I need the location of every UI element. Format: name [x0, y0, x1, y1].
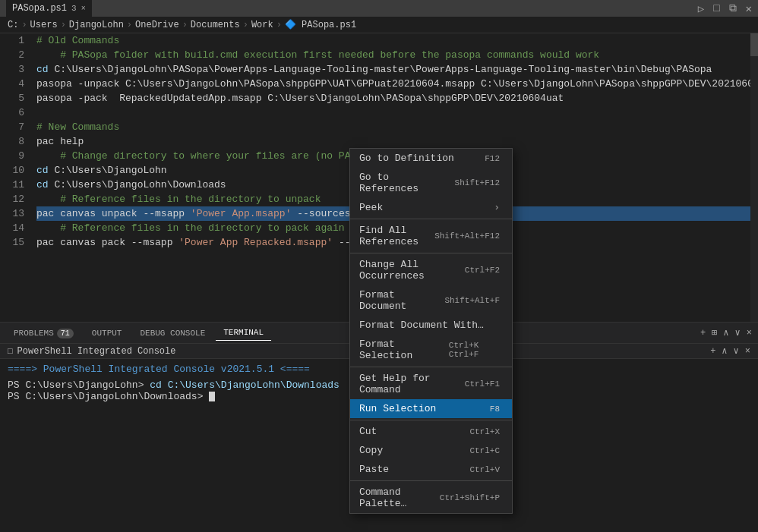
panel-actions: + ⊞ ∧ ∨ × — [700, 327, 752, 338]
problems-badge: 71 — [57, 329, 74, 338]
tab-output[interactable]: OUTPUT — [84, 326, 130, 341]
menu-label: Find All References — [359, 225, 419, 247]
add-terminal-button[interactable]: + — [710, 346, 715, 357]
menu-get-help[interactable]: Get Help for Command Ctrl+F1 — [350, 369, 512, 399]
tab-debug-console[interactable]: DEBUG CONSOLE — [132, 326, 213, 341]
menu-label: Format Selection — [359, 338, 434, 361]
terminal-cursor — [209, 392, 215, 401]
tab-terminal[interactable]: TERMINAL — [216, 325, 271, 341]
chevron-right-icon: › — [494, 202, 500, 213]
menu-label: Copy — [359, 445, 383, 456]
code-line-7: # New Commands — [36, 120, 752, 134]
menu-shortcut: F8 — [490, 405, 500, 414]
chevron-up-icon[interactable]: ∧ — [723, 327, 728, 338]
context-menu: Go to Definition F12 Go to References Sh… — [349, 148, 513, 514]
breadcrumb-work[interactable]: Work — [251, 20, 273, 30]
menu-shortcut: F12 — [485, 154, 500, 163]
code-line-8: pac help — [36, 134, 752, 149]
menu-separator — [350, 420, 512, 420]
code-line-5: pasopa -pack RepackedUpdatedApp.msapp C:… — [36, 91, 752, 105]
scroll-thumb[interactable] — [750, 33, 758, 56]
breadcrumb-users[interactable]: Users — [30, 20, 58, 30]
editor-tab[interactable]: PASopa.ps1 3 × — [6, 0, 92, 17]
menu-shortcut: Ctrl+C — [469, 446, 500, 455]
menu-shortcut: Shift+Alt+F — [444, 296, 500, 305]
menu-peek[interactable]: Peek › — [350, 198, 512, 217]
menu-goto-references[interactable]: Go to References Shift+F12 — [350, 168, 512, 198]
terminal-header-actions: + ∧ ∨ × — [710, 345, 750, 357]
split-editor-icon[interactable]: ⧉ — [729, 2, 737, 15]
code-line-1: # Old Commands — [36, 33, 752, 48]
breadcrumb-file[interactable]: 🔷 PASopa.ps1 — [285, 19, 356, 30]
menu-format-document-with[interactable]: Format Document With… — [350, 316, 512, 335]
tab-problems[interactable]: PROBLEMS71 — [6, 326, 81, 341]
code-line-6 — [36, 105, 752, 120]
menu-cut[interactable]: Cut Ctrl+X — [350, 422, 512, 441]
chevron-down-icon[interactable]: ∨ — [735, 327, 741, 338]
line-numbers: 1 2 3 4 5 6 7 8 9 10 11 12 13 14 15 — [0, 33, 30, 322]
menu-label: Format Document — [359, 289, 429, 312]
terminal-chevron-up[interactable]: ∧ — [722, 345, 727, 357]
add-terminal-icon[interactable]: + — [700, 328, 706, 338]
menu-label: Go to Definition — [359, 153, 454, 164]
menu-goto-definition[interactable]: Go to Definition F12 — [350, 149, 512, 168]
menu-label: Run Selection — [359, 403, 436, 414]
menu-copy[interactable]: Copy Ctrl+C — [350, 441, 512, 460]
terminal-name: PowerShell Integrated Console — [17, 346, 176, 357]
terminal-chevron-down[interactable]: ∨ — [734, 345, 739, 357]
menu-run-selection[interactable]: Run Selection F8 — [350, 399, 512, 418]
menu-find-all-references[interactable]: Find All References Shift+Alt+F12 — [350, 221, 512, 251]
menu-shortcut: Ctrl+F1 — [465, 379, 500, 389]
terminal-close-button[interactable]: × — [745, 346, 750, 357]
menu-separator — [350, 253, 512, 253]
menu-label: Get Help for Command — [359, 373, 450, 395]
menu-format-selection[interactable]: Format Selection Ctrl+K Ctrl+F — [350, 335, 512, 365]
close-icon[interactable]: ✕ — [746, 2, 752, 15]
menu-shortcut: Ctrl+F2 — [465, 266, 500, 275]
menu-shortcut: Ctrl+X — [469, 427, 500, 436]
menu-shortcut: Shift+F12 — [455, 178, 500, 187]
menu-shortcut: Ctrl+K Ctrl+F — [449, 341, 500, 359]
menu-shortcut: Shift+Alt+F12 — [434, 231, 500, 241]
tab-filename: PASopa.ps1 — [12, 3, 67, 14]
breadcrumb-djangolohn[interactable]: DjangoLohn — [69, 20, 124, 30]
menu-change-occurrences[interactable]: Change All Occurrences Ctrl+F2 — [350, 255, 512, 285]
code-line-4: pasopa -unpack C:\Users\DjangoLohn\PASop… — [36, 77, 752, 91]
terminal-title: □ PowerShell Integrated Console — [8, 346, 175, 357]
title-bar: PASopa.ps1 3 × ▷ □ ⧉ ✕ — [0, 0, 758, 17]
menu-label: Command Palette… — [359, 486, 425, 509]
title-bar-actions: ▷ □ ⧉ ✕ — [698, 2, 752, 15]
breadcrumb-c[interactable]: C: — [8, 20, 18, 30]
menu-shortcut: Ctrl+V — [469, 465, 500, 474]
menu-separator — [350, 480, 512, 481]
tab-number: 3 — [71, 4, 77, 13]
code-line-2: # PASopa folder with build.cmd execution… — [36, 48, 752, 62]
code-line-3: cd C:\Users\DjangoLohn\PASopa\PowerApps-… — [36, 62, 752, 77]
menu-label: Go to References — [359, 172, 440, 194]
breadcrumb-onedrive[interactable]: OneDrive — [135, 20, 179, 30]
run-icon[interactable]: ▷ — [698, 2, 704, 15]
menu-label: Cut — [359, 426, 377, 437]
menu-label: Paste — [359, 464, 389, 475]
scrollbar[interactable] — [750, 33, 758, 322]
split-terminal-icon[interactable]: ⊞ — [712, 327, 717, 338]
menu-label: Change All Occurrences — [359, 259, 450, 282]
menu-label: Format Document With… — [359, 320, 484, 331]
breadcrumb-documents[interactable]: Documents — [191, 20, 240, 30]
menu-separator — [350, 367, 512, 367]
tab-close-button[interactable]: × — [81, 5, 86, 13]
breadcrumb-sep: › — [21, 20, 27, 30]
debug-icon[interactable]: □ — [713, 2, 719, 15]
menu-separator — [350, 219, 512, 219]
close-panel-icon[interactable]: × — [747, 328, 752, 338]
menu-label: Peek — [359, 202, 383, 213]
menu-command-palette[interactable]: Command Palette… Ctrl+Shift+P — [350, 483, 512, 513]
breadcrumb: C: › Users › DjangoLohn › OneDrive › Doc… — [0, 17, 758, 33]
menu-paste[interactable]: Paste Ctrl+V — [350, 460, 512, 479]
menu-format-document[interactable]: Format Document Shift+Alt+F — [350, 285, 512, 316]
terminal-icon: □ — [8, 347, 13, 356]
menu-shortcut: Ctrl+Shift+P — [440, 493, 500, 502]
